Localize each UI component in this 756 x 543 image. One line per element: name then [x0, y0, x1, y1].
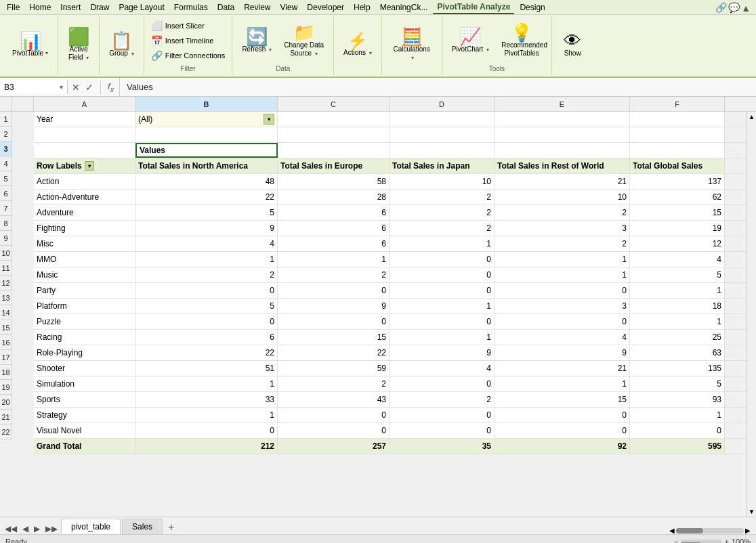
cell-A6[interactable]: Action-Adventure [34, 190, 135, 204]
year-filter-icon[interactable]: ▾ [264, 114, 274, 125]
cell-B19[interactable]: 33 [135, 392, 278, 407]
cell-A1[interactable]: Year [34, 112, 135, 127]
row-header-2[interactable]: 2 [0, 127, 12, 142]
cell-D12[interactable]: 0 [390, 283, 495, 298]
cell-F17[interactable]: 135 [630, 361, 725, 376]
cell-E19[interactable]: 15 [495, 392, 630, 407]
cell-B2[interactable] [135, 127, 278, 142]
cell-A22[interactable]: Grand Total [34, 439, 135, 454]
menu-page-layout[interactable]: Page Layout [114, 1, 168, 14]
cell-B1[interactable]: (All) ▾ [135, 112, 278, 127]
menu-draw[interactable]: Draw [86, 1, 113, 14]
cell-C18[interactable]: 2 [278, 376, 390, 391]
row-header-1[interactable]: 1 [0, 112, 12, 127]
row-header-15[interactable]: 15 [0, 320, 12, 335]
cell-C13[interactable]: 9 [278, 299, 390, 313]
cell-D6[interactable]: 2 [390, 190, 495, 204]
sheet-nav-next[interactable]: ▶ [32, 523, 42, 534]
cell-B12[interactable]: 0 [135, 283, 278, 298]
cell-E8[interactable]: 3 [495, 221, 630, 236]
zoom-out-icon[interactable]: − [674, 538, 678, 544]
cell-C19[interactable]: 43 [278, 392, 390, 407]
cell-F21[interactable]: 0 [630, 423, 725, 438]
cell-A12[interactable]: Party [34, 283, 135, 298]
zoom-in-icon[interactable]: + [724, 538, 728, 544]
cell-C10[interactable]: 1 [278, 252, 390, 267]
cell-A3[interactable] [34, 143, 135, 158]
cell-C14[interactable]: 0 [278, 314, 390, 329]
scroll-left-btn[interactable]: ◀ [669, 527, 675, 534]
menu-design[interactable]: Design [516, 1, 549, 14]
cell-C15[interactable]: 15 [278, 330, 390, 345]
cell-C17[interactable]: 59 [278, 361, 390, 376]
row-labels-filter-icon[interactable]: ▾ [85, 161, 94, 171]
cell-B8[interactable]: 9 [135, 221, 278, 236]
cell-C16[interactable]: 22 [278, 345, 390, 360]
cell-C7[interactable]: 6 [278, 205, 390, 220]
insert-slicer-button[interactable]: ⬜ Insert Slicer [148, 19, 207, 32]
cell-F16[interactable]: 63 [630, 345, 725, 360]
row-header-10[interactable]: 10 [0, 246, 12, 261]
cell-D2[interactable] [390, 127, 495, 142]
cell-B22[interactable]: 212 [135, 439, 278, 454]
cell-F1[interactable] [630, 112, 725, 127]
row-header-9[interactable]: 9 [0, 231, 12, 246]
col-header-E[interactable]: E [495, 97, 630, 112]
col-header-C[interactable]: C [278, 97, 390, 112]
cell-C21[interactable]: 0 [278, 423, 390, 438]
row-header-17[interactable]: 17 [0, 350, 12, 365]
cell-A18[interactable]: Simulation [34, 376, 135, 391]
cell-E15[interactable]: 4 [495, 330, 630, 345]
collapse-ribbon-btn[interactable]: ▲ [741, 2, 753, 14]
cell-D20[interactable]: 0 [390, 408, 495, 422]
cell-D18[interactable]: 0 [390, 376, 495, 391]
cell-A4[interactable]: Row Labels ▾ [34, 158, 135, 173]
cell-F6[interactable]: 62 [630, 190, 725, 204]
cell-B5[interactable]: 48 [135, 174, 278, 189]
cell-A13[interactable]: Platform [34, 299, 135, 313]
cell-D10[interactable]: 0 [390, 252, 495, 267]
cell-E6[interactable]: 10 [495, 190, 630, 204]
cell-B7[interactable]: 5 [135, 205, 278, 220]
cell-F9[interactable]: 12 [630, 236, 725, 251]
cell-F5[interactable]: 137 [630, 174, 725, 189]
menu-file[interactable]: File [3, 1, 24, 14]
cell-E20[interactable]: 0 [495, 408, 630, 422]
cell-F19[interactable]: 93 [630, 392, 725, 407]
cell-B15[interactable]: 6 [135, 330, 278, 345]
cell-E18[interactable]: 1 [495, 376, 630, 391]
sheet-nav-first[interactable]: ◀◀ [3, 523, 19, 534]
cell-A17[interactable]: Shooter [34, 361, 135, 376]
cell-F11[interactable]: 5 [630, 267, 725, 282]
cell-E7[interactable]: 2 [495, 205, 630, 220]
confirm-formula-btn[interactable]: ✓ [85, 82, 93, 93]
menu-review[interactable]: Review [240, 1, 274, 14]
cell-B9[interactable]: 4 [135, 236, 278, 251]
cell-D5[interactable]: 10 [390, 174, 495, 189]
cell-D22[interactable]: 35 [390, 439, 495, 454]
cell-D15[interactable]: 1 [390, 330, 495, 345]
cell-E12[interactable]: 0 [495, 283, 630, 298]
col-header-D[interactable]: D [390, 97, 495, 112]
cell-C6[interactable]: 28 [278, 190, 390, 204]
sheet-tab-pivot-table[interactable]: pivot_table [61, 519, 121, 535]
cell-E17[interactable]: 21 [495, 361, 630, 376]
cell-A20[interactable]: Strategy [34, 408, 135, 422]
cell-E9[interactable]: 2 [495, 236, 630, 251]
menu-meaningck[interactable]: MeaningCk... [376, 1, 432, 14]
cell-A15[interactable]: Racing [34, 330, 135, 345]
pivottable-button[interactable]: 📊 PivotTable ▾ [7, 29, 54, 60]
cell-B13[interactable]: 5 [135, 299, 278, 313]
col-header-F[interactable]: F [630, 97, 725, 112]
cell-A11[interactable]: Music [34, 267, 135, 282]
cell-B20[interactable]: 1 [135, 408, 278, 422]
cell-C3[interactable] [278, 143, 390, 158]
cell-B14[interactable]: 0 [135, 314, 278, 329]
cell-C4[interactable]: Total Sales in Europe [278, 158, 390, 173]
group-button[interactable]: 📋 Group ▾ [104, 29, 140, 60]
h-scrollbar-thumb[interactable] [676, 528, 703, 534]
row-header-21[interactable]: 21 [0, 410, 12, 425]
cell-C2[interactable] [278, 127, 390, 142]
row-header-6[interactable]: 6 [0, 186, 12, 201]
cell-F13[interactable]: 18 [630, 299, 725, 313]
